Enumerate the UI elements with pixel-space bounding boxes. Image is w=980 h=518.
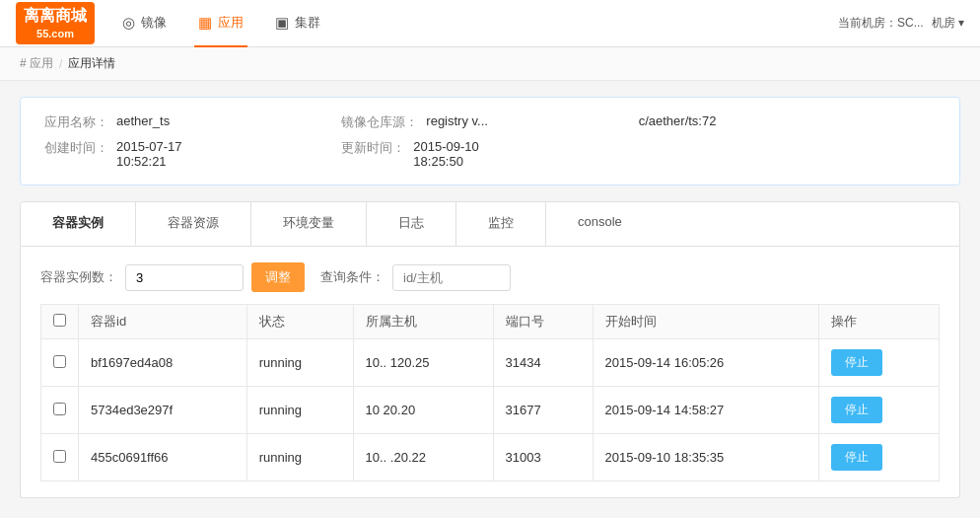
- created-label: 创建时间：: [44, 139, 108, 157]
- row-container-id: 5734ed3e297f: [79, 387, 247, 434]
- query-filter: 查询条件：: [320, 264, 511, 291]
- created-value: 2015-07-1710:52:21: [116, 139, 182, 169]
- table-row: 455c0691ff66 running 10.. .20.22 31003 2…: [41, 434, 940, 481]
- app-info-card: 应用名称： aether_ts 镜像仓库源： registry v... c/a…: [20, 97, 960, 185]
- filter-row: 容器实例数： 调整 查询条件：: [40, 262, 940, 292]
- row-container-id: 455c0691ff66: [79, 434, 247, 481]
- count-filter: 容器实例数： 调整: [40, 262, 305, 292]
- mirror-label: 镜像仓库源：: [341, 113, 418, 131]
- table-row: 5734ed3e297f running 10 20.20 31677 2015…: [41, 387, 940, 434]
- nav-items: ◎ 镜像 ▦ 应用 ▣ 集群: [118, 0, 838, 47]
- row-port: 31434: [493, 339, 593, 387]
- row-checkbox-1[interactable]: [53, 403, 66, 415]
- table-header-row: 容器id 状态 所属主机 端口号 开始时间 操作: [41, 305, 940, 339]
- breadcrumb-parent[interactable]: # 应用: [20, 55, 53, 72]
- logo-top: 离离商城: [24, 6, 87, 27]
- cluster-icon: ▣: [275, 14, 289, 32]
- breadcrumb: # 应用 / 应用详情: [0, 47, 980, 81]
- adjust-button[interactable]: 调整: [251, 262, 305, 292]
- info-path-row: c/aether/ts:72: [639, 113, 936, 131]
- info-name-row: 应用名称： aether_ts: [44, 113, 341, 131]
- room-dropdown[interactable]: 机房 ▾: [932, 15, 964, 32]
- tab-log[interactable]: 日志: [367, 202, 456, 246]
- footer: © 2015 touchstone by 55.com: [0, 514, 980, 518]
- nav-cluster-label: 集群: [295, 14, 320, 32]
- row-action-cell: 停止: [819, 339, 940, 387]
- row-checkbox-cell: [41, 434, 79, 481]
- tab-env[interactable]: 环境变量: [251, 202, 367, 246]
- tab-console[interactable]: console: [546, 202, 654, 246]
- updated-value: 2015-09-1018:25:50: [413, 139, 479, 169]
- row-checkbox-2[interactable]: [53, 450, 66, 463]
- nav-cluster[interactable]: ▣ 集群: [271, 0, 324, 47]
- col-port: 端口号: [493, 305, 593, 339]
- info-updated-row: 更新时间： 2015-09-1018:25:50: [341, 139, 638, 169]
- main-content: 应用名称： aether_ts 镜像仓库源： registry v... c/a…: [0, 81, 980, 514]
- row-action-cell: 停止: [819, 434, 940, 481]
- row-status: running: [246, 387, 353, 434]
- query-input[interactable]: [392, 264, 511, 291]
- col-checkbox: [41, 305, 79, 339]
- col-status: 状态: [246, 305, 353, 339]
- row-checkbox-cell: [41, 339, 79, 387]
- row-start-time: 2015-09-14 16:05:26: [593, 339, 819, 387]
- row-status: running: [246, 434, 353, 481]
- count-input[interactable]: [125, 264, 244, 291]
- nav-right: 当前机房：SC... 机房 ▾: [838, 15, 964, 32]
- col-action: 操作: [819, 305, 940, 339]
- logo: 离离商城 55.com: [16, 2, 95, 44]
- row-start-time: 2015-09-10 18:35:35: [593, 434, 819, 481]
- row-port: 31003: [493, 434, 593, 481]
- breadcrumb-sep: /: [59, 57, 62, 71]
- col-host: 所属主机: [353, 305, 493, 339]
- row-start-time: 2015-09-14 14:58:27: [593, 387, 819, 434]
- tab-monitor[interactable]: 监控: [456, 202, 546, 246]
- app-icon: ▦: [198, 14, 212, 32]
- row-container-id: bf1697ed4a08: [79, 339, 247, 387]
- nav-app[interactable]: ▦ 应用: [194, 0, 247, 47]
- app-info-grid: 应用名称： aether_ts 镜像仓库源： registry v... c/a…: [44, 113, 936, 169]
- container-table: 容器id 状态 所属主机 端口号 开始时间 操作 bf1697ed4a08 ru…: [40, 304, 940, 481]
- nav-mirror[interactable]: ◎ 镜像: [118, 0, 171, 47]
- nav-mirror-label: 镜像: [141, 14, 167, 32]
- tabs-bar: 容器实例 容器资源 环境变量 日志 监控 console: [20, 201, 960, 247]
- row-status: running: [246, 339, 353, 387]
- row-host: 10.. .20.22: [353, 434, 493, 481]
- row-port: 31677: [493, 387, 593, 434]
- table-row: bf1697ed4a08 running 10.. 120.25 31434 2…: [41, 339, 940, 387]
- stop-button-1[interactable]: 停止: [831, 397, 882, 423]
- row-action-cell: 停止: [819, 387, 940, 434]
- row-host: 10 20.20: [353, 387, 493, 434]
- tab-container-instance[interactable]: 容器实例: [21, 202, 136, 246]
- stop-button-2[interactable]: 停止: [831, 444, 882, 471]
- top-nav: 离离商城 55.com ◎ 镜像 ▦ 应用 ▣ 集群 当前机房：SC... 机房…: [0, 0, 980, 47]
- select-all-checkbox[interactable]: [53, 314, 66, 327]
- path-value: c/aether/ts:72: [639, 113, 717, 128]
- row-checkbox-cell: [41, 387, 79, 434]
- tab-content: 容器实例数： 调整 查询条件： 容器id 状态 所属主机 端口号: [20, 247, 960, 498]
- info-mirror-row: 镜像仓库源： registry v...: [341, 113, 638, 131]
- mirror-value: registry v...: [426, 113, 488, 128]
- tab-container-resource[interactable]: 容器资源: [136, 202, 251, 246]
- col-start-time: 开始时间: [593, 305, 819, 339]
- query-label: 查询条件：: [320, 268, 385, 286]
- count-label: 容器实例数：: [40, 268, 117, 286]
- col-container-id: 容器id: [79, 305, 247, 339]
- name-label: 应用名称：: [44, 113, 108, 131]
- breadcrumb-current: 应用详情: [68, 55, 115, 72]
- logo-bottom: 55.com: [24, 27, 87, 40]
- name-value: aether_ts: [116, 113, 170, 128]
- nav-app-label: 应用: [218, 14, 244, 32]
- updated-label: 更新时间：: [341, 139, 405, 157]
- row-host: 10.. 120.25: [353, 339, 493, 387]
- current-room-label: 当前机房：SC...: [838, 15, 924, 32]
- mirror-icon: ◎: [122, 14, 135, 32]
- row-checkbox-0[interactable]: [53, 355, 66, 368]
- info-created-row: 创建时间： 2015-07-1710:52:21: [44, 139, 341, 169]
- stop-button-0[interactable]: 停止: [831, 349, 882, 376]
